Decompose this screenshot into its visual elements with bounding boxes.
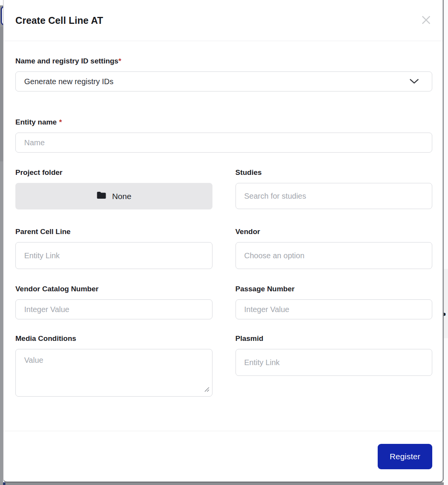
form-row: Vendor Catalog Number Passage Number: [15, 284, 432, 319]
register-button[interactable]: Register: [378, 444, 432, 469]
background-page-bottom-edge: [0, 482, 448, 485]
studies-input[interactable]: [236, 183, 433, 209]
close-icon: [420, 14, 432, 27]
registry-settings-label: Name and registry ID settings*: [15, 56, 432, 65]
form-row: Project folder None Studies: [15, 168, 432, 209]
field-registry-settings: Name and registry ID settings* Generate …: [15, 56, 432, 91]
field-project-folder: Project folder None: [15, 168, 212, 209]
parent-cell-line-input[interactable]: [15, 242, 212, 269]
entity-name-input[interactable]: [15, 133, 432, 153]
field-entity-name: Entity name*: [15, 118, 432, 153]
field-parent-cell-line: Parent Cell Line: [15, 227, 212, 269]
required-asterisk: *: [118, 57, 121, 65]
field-studies: Studies: [236, 168, 433, 209]
modal-title: Create Cell Line AT: [15, 15, 103, 26]
registry-settings-select[interactable]: Generate new registry IDs: [15, 71, 432, 91]
entity-name-label: Entity name*: [15, 118, 432, 126]
field-vendor: Vendor: [236, 227, 433, 269]
media-conditions-textarea-wrap: [15, 349, 212, 397]
passage-number-label: Passage Number: [236, 284, 433, 293]
field-media-conditions: Media Conditions: [15, 334, 212, 397]
modal-header: Create Cell Line AT: [3, 0, 443, 41]
field-passage-number: Passage Number: [236, 284, 433, 319]
modal-footer: Register: [3, 431, 443, 482]
background-page-right-edge: t >: [444, 0, 448, 485]
passage-number-input[interactable]: [236, 299, 433, 319]
project-folder-button-label: None: [112, 192, 131, 201]
plasmid-input[interactable]: [236, 349, 433, 376]
vendor-label: Vendor: [236, 227, 433, 236]
background-page-left-edge: [0, 0, 3, 485]
vendor-catalog-number-label: Vendor Catalog Number: [15, 284, 212, 293]
folder-icon: [96, 191, 106, 201]
plasmid-label: Plasmid: [236, 334, 433, 343]
form-row: Media Conditions Plasmid: [15, 334, 432, 397]
create-cell-line-modal: Create Cell Line AT Name and registry ID…: [3, 0, 444, 483]
chevron-down-icon: [410, 77, 419, 86]
entity-name-label-text: Entity name: [15, 118, 57, 126]
studies-label: Studies: [236, 168, 433, 177]
field-vendor-catalog-number: Vendor Catalog Number: [15, 284, 212, 319]
background-text-fragment: t: [444, 277, 448, 292]
project-folder-button[interactable]: None: [15, 183, 212, 209]
vendor-input[interactable]: [236, 242, 433, 269]
close-button[interactable]: [420, 15, 432, 26]
vendor-catalog-number-input[interactable]: [15, 299, 212, 319]
modal-body: Name and registry ID settings* Generate …: [3, 41, 443, 431]
media-conditions-label: Media Conditions: [15, 334, 212, 343]
registry-settings-label-text: Name and registry ID settings: [15, 57, 118, 65]
project-folder-label: Project folder: [15, 168, 212, 177]
background-text-fragment: >: [444, 307, 448, 322]
registry-settings-selected-value: Generate new registry IDs: [24, 77, 113, 86]
field-plasmid: Plasmid: [236, 334, 433, 376]
required-asterisk: *: [59, 118, 62, 126]
form-row: Parent Cell Line Vendor: [15, 227, 432, 269]
parent-cell-line-label: Parent Cell Line: [15, 227, 212, 236]
media-conditions-textarea[interactable]: [15, 349, 212, 397]
